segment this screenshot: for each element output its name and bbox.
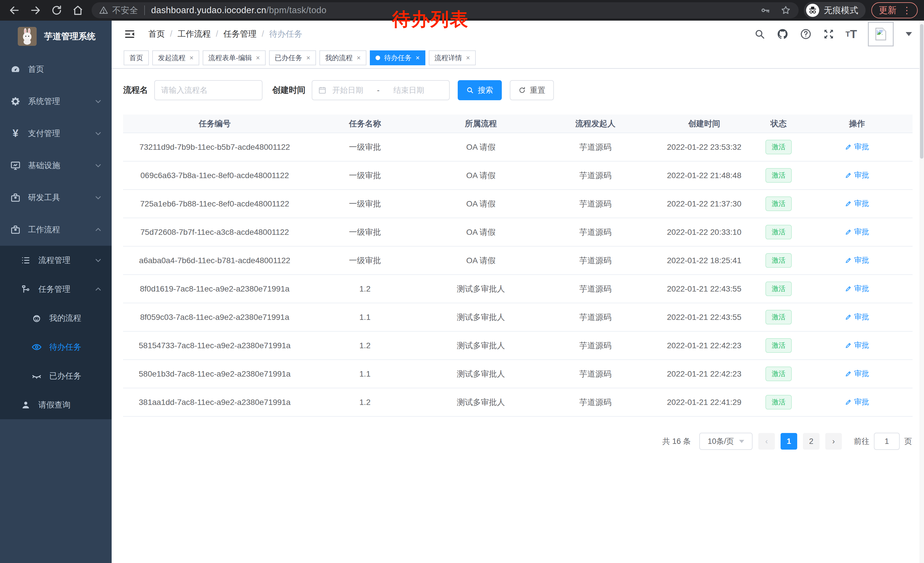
tab-home[interactable]: 首页 xyxy=(124,50,149,65)
font-size-icon[interactable]: TT xyxy=(846,29,857,40)
start-date-placeholder[interactable]: 开始日期 xyxy=(332,85,363,95)
table-row: 8f0d1619-7ac8-11ec-a9e2-a2380e71991a 1.2… xyxy=(123,275,912,303)
approve-link[interactable]: 审批 xyxy=(845,369,869,378)
edit-icon xyxy=(845,257,852,264)
table-row: 069c6a63-7b8a-11ec-8ef0-acde48001122 一级审… xyxy=(123,161,912,189)
status-badge: 激活 xyxy=(765,281,792,296)
eye-icon xyxy=(31,342,42,353)
page-button-2[interactable]: 2 xyxy=(803,433,819,450)
app-logo-row[interactable]: 芋道管理系统 xyxy=(0,21,112,52)
page-content: 流程名 请输入流程名 创建时间 开始日期 - 结束日期 搜索 重置 xyxy=(112,69,924,450)
close-icon[interactable]: × xyxy=(189,54,194,61)
avatar[interactable] xyxy=(868,22,894,47)
user-icon xyxy=(20,400,32,410)
approve-link[interactable]: 审批 xyxy=(845,170,869,180)
fullscreen-icon[interactable] xyxy=(823,28,835,40)
sidebar-item-todo-tasks[interactable]: 待办任务 xyxy=(0,332,112,362)
page-scrollbar[interactable] xyxy=(920,21,924,563)
chevron-down-icon xyxy=(94,162,102,169)
browser-forward-icon[interactable] xyxy=(29,4,42,17)
approve-link[interactable]: 审批 xyxy=(845,340,869,350)
tab-done-tasks[interactable]: 已办任务× xyxy=(269,50,316,65)
scrollbar-thumb[interactable] xyxy=(920,24,923,159)
tab-form-edit[interactable]: 流程表单-编辑× xyxy=(202,50,266,65)
github-icon[interactable] xyxy=(776,28,789,41)
calendar-icon xyxy=(318,86,327,95)
close-icon[interactable]: × xyxy=(256,54,260,61)
chevron-down-icon xyxy=(94,257,102,264)
status-badge: 激活 xyxy=(765,395,792,409)
app-title: 芋道管理系统 xyxy=(44,31,96,42)
sidebar-item-my-process[interactable]: 我的流程 xyxy=(0,303,112,332)
tab-start-process[interactable]: 发起流程× xyxy=(152,50,199,65)
close-icon[interactable]: × xyxy=(466,54,470,61)
approve-link[interactable]: 审批 xyxy=(845,284,869,294)
date-range-input[interactable]: 开始日期 - 结束日期 xyxy=(312,80,450,100)
end-date-placeholder[interactable]: 结束日期 xyxy=(393,85,424,95)
browser-home-icon[interactable] xyxy=(72,4,84,17)
col-process: 所属流程 xyxy=(424,114,538,133)
sidebar-item-task-mgmt[interactable]: 任务管理 xyxy=(0,275,112,303)
sidebar-item-process-mgmt[interactable]: 流程管理 xyxy=(0,246,112,275)
approve-link[interactable]: 审批 xyxy=(845,397,869,407)
browser-menu-icon[interactable]: ⋮ xyxy=(902,6,911,15)
approve-link[interactable]: 审批 xyxy=(845,227,869,237)
chevron-up-icon xyxy=(94,285,102,293)
breadcrumb-workflow[interactable]: 工作流程 xyxy=(177,29,211,40)
breadcrumb-home[interactable]: 首页 xyxy=(148,29,165,40)
sidebar-item-infra[interactable]: 基础设施 xyxy=(0,150,112,182)
sidebar-item-home[interactable]: 首页 xyxy=(0,53,112,86)
approve-link[interactable]: 审批 xyxy=(845,255,869,265)
search-button[interactable]: 搜索 xyxy=(458,80,502,100)
url-text[interactable]: dashboard.yudao.iocoder.cn/bpm/task/todo xyxy=(151,5,327,15)
next-page-button[interactable]: › xyxy=(825,433,842,450)
tab-my-process[interactable]: 我的流程× xyxy=(320,50,366,65)
gear-icon xyxy=(10,96,21,107)
approve-link[interactable]: 审批 xyxy=(845,142,869,152)
edit-icon xyxy=(845,399,852,405)
breadcrumb-task-mgmt[interactable]: 任务管理 xyxy=(223,29,256,40)
bookmark-star-icon[interactable] xyxy=(780,5,791,16)
browser-reload-icon[interactable] xyxy=(50,4,63,17)
avatar-caret-icon[interactable] xyxy=(906,32,912,36)
sidebar-item-done-tasks[interactable]: 已办任务 xyxy=(0,362,112,390)
status-badge: 激活 xyxy=(765,197,792,211)
edit-icon xyxy=(845,228,852,236)
tab-process-detail[interactable]: 流程详情× xyxy=(429,50,476,65)
table-row: 8f059c03-7ac8-11ec-a9e2-a2380e71991a 1.1… xyxy=(123,303,912,331)
update-label[interactable]: 更新 xyxy=(879,4,897,17)
sidebar-collapse-icon[interactable] xyxy=(124,28,136,40)
tabs-bar: 首页 发起流程× 流程表单-编辑× 已办任务× 我的流程× 待办任务× 流程详情… xyxy=(112,47,924,69)
key-icon[interactable] xyxy=(760,5,771,15)
chevron-down-icon xyxy=(94,194,102,201)
search-icon xyxy=(466,87,474,94)
browser-update-button[interactable]: 更新 ⋮ xyxy=(872,2,918,18)
process-name-input[interactable]: 请输入流程名 xyxy=(154,80,262,100)
close-icon[interactable]: × xyxy=(416,54,420,61)
table-row: 73211d9d-7b9b-11ec-b5b7-acde48001122 一级审… xyxy=(123,133,912,161)
help-icon[interactable] xyxy=(800,28,812,40)
sidebar-item-payment[interactable]: ¥ 支付管理 xyxy=(0,117,112,150)
browser-back-icon[interactable] xyxy=(8,4,21,17)
active-dot xyxy=(375,56,380,60)
page-size-select[interactable]: 10条/页 xyxy=(699,433,753,450)
sidebar-item-system[interactable]: 系统管理 xyxy=(0,86,112,117)
goto-page-input[interactable]: 1 xyxy=(874,433,900,450)
approve-link[interactable]: 审批 xyxy=(845,198,869,209)
approve-link[interactable]: 审批 xyxy=(845,312,869,322)
table-row: 58154733-7ac8-11ec-a9e2-a2380e71991a 1.2… xyxy=(123,331,912,360)
process-name-label: 流程名 xyxy=(123,84,148,96)
search-icon[interactable] xyxy=(754,29,765,40)
close-icon[interactable]: × xyxy=(306,54,310,61)
reset-button[interactable]: 重置 xyxy=(510,80,554,100)
sidebar-item-workflow[interactable]: 工作流程 xyxy=(0,214,112,246)
security-label[interactable]: 不安全 xyxy=(112,5,138,17)
close-icon[interactable]: × xyxy=(357,54,361,61)
sidebar-item-devtools[interactable]: 研发工具 xyxy=(0,182,112,214)
prev-page-button[interactable]: ‹ xyxy=(758,433,775,450)
sidebar-item-leave-query[interactable]: 请假查询 xyxy=(0,390,112,419)
briefcase-icon xyxy=(10,192,21,203)
page-button-1[interactable]: 1 xyxy=(781,433,797,450)
table-row: a6aba0a4-7b6d-11ec-b781-acde48001122 一级审… xyxy=(123,246,912,275)
tab-todo-tasks[interactable]: 待办任务× xyxy=(370,50,425,65)
